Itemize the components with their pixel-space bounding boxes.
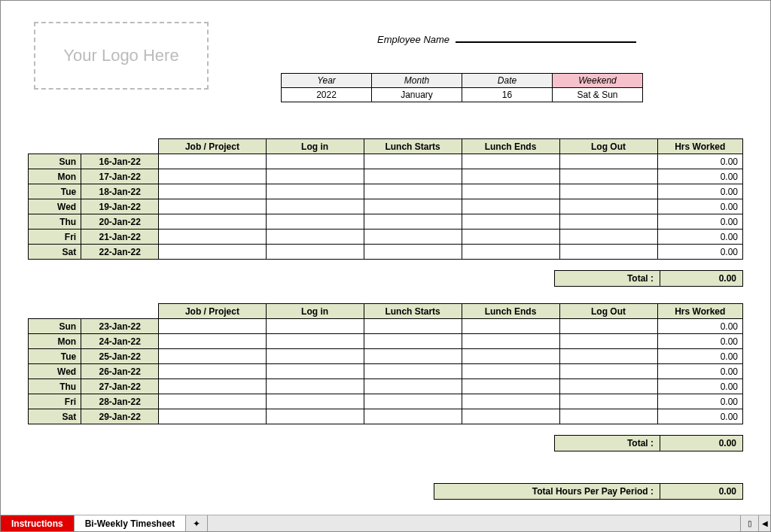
col-job: Job / Project [159,139,266,154]
lunch-start-cell[interactable] [364,230,462,245]
logout-cell[interactable] [559,409,657,424]
login-cell[interactable] [266,199,364,214]
meta-value-date[interactable]: 16 [462,88,553,102]
logout-cell[interactable] [559,394,657,409]
col-lunch-start: Lunch Starts [364,304,462,319]
login-cell[interactable] [266,230,364,245]
lunch-start-cell[interactable] [364,169,462,184]
login-cell[interactable] [266,349,364,364]
login-cell[interactable] [266,319,364,334]
lunch-end-cell[interactable] [462,245,559,260]
lunch-start-cell[interactable] [364,349,462,364]
job-cell[interactable] [159,214,266,230]
job-cell[interactable] [159,409,266,424]
logout-cell[interactable] [559,319,657,334]
job-cell[interactable] [159,334,266,349]
job-cell[interactable] [159,364,266,379]
job-cell[interactable] [159,184,266,199]
day-cell: Thu [29,214,81,230]
lunch-end-cell[interactable] [462,199,559,214]
job-cell[interactable] [159,379,266,394]
job-cell[interactable] [159,245,266,260]
week1-body: Sun16-Jan-220.00Mon17-Jan-220.00Tue18-Ja… [29,154,743,260]
lunch-end-cell[interactable] [462,319,559,334]
lunch-end-cell[interactable] [462,409,559,424]
logout-cell[interactable] [559,334,657,349]
job-cell[interactable] [159,349,266,364]
lunch-end-cell[interactable] [462,334,559,349]
logout-cell[interactable] [559,364,657,379]
job-cell[interactable] [159,154,266,169]
tab-instructions[interactable]: Instructions [1,515,75,531]
date-cell: 25-Jan-22 [81,349,159,364]
day-cell: Sat [29,245,81,260]
lunch-start-cell[interactable] [364,184,462,199]
job-cell[interactable] [159,169,266,184]
new-sheet-icon[interactable]: ✦ [186,515,208,531]
table-row: Sat22-Jan-220.00 [29,245,743,260]
login-cell[interactable] [266,379,364,394]
date-cell: 24-Jan-22 [81,334,159,349]
hrs-cell: 0.00 [657,349,743,364]
scroll-box-icon[interactable]: ▯ [740,515,758,531]
lunch-end-cell[interactable] [462,349,559,364]
hrs-cell: 0.00 [657,214,743,230]
lunch-start-cell[interactable] [364,199,462,214]
lunch-start-cell[interactable] [364,409,462,424]
logout-cell[interactable] [559,214,657,230]
lunch-start-cell[interactable] [364,379,462,394]
lunch-start-cell[interactable] [364,394,462,409]
meta-value-year[interactable]: 2022 [282,88,372,102]
lunch-start-cell[interactable] [364,245,462,260]
logout-cell[interactable] [559,154,657,169]
date-cell: 27-Jan-22 [81,379,159,394]
employee-name-line[interactable] [456,41,636,43]
week2-body: Sun23-Jan-220.00Mon24-Jan-220.00Tue25-Ja… [29,319,743,424]
login-cell[interactable] [266,184,364,199]
lunch-end-cell[interactable] [462,214,559,230]
login-cell[interactable] [266,364,364,379]
logout-cell[interactable] [559,379,657,394]
date-cell: 18-Jan-22 [81,184,159,199]
logout-cell[interactable] [559,199,657,214]
lunch-end-cell[interactable] [462,184,559,199]
scroll-left-icon[interactable]: ◀ [758,515,770,531]
job-cell[interactable] [159,394,266,409]
lunch-start-cell[interactable] [364,334,462,349]
lunch-end-cell[interactable] [462,169,559,184]
lunch-end-cell[interactable] [462,379,559,394]
job-cell[interactable] [159,199,266,214]
lunch-start-cell[interactable] [364,154,462,169]
col-login: Log in [266,304,364,319]
table-row: Wed26-Jan-220.00 [29,364,743,379]
grand-total-label: Total Hours Per Pay Period : [434,484,660,500]
logout-cell[interactable] [559,184,657,199]
day-cell: Thu [29,379,81,394]
job-cell[interactable] [159,319,266,334]
login-cell[interactable] [266,409,364,424]
lunch-start-cell[interactable] [364,319,462,334]
lunch-end-cell[interactable] [462,230,559,245]
logout-cell[interactable] [559,245,657,260]
login-cell[interactable] [266,394,364,409]
logout-cell[interactable] [559,230,657,245]
logout-cell[interactable] [559,169,657,184]
login-cell[interactable] [266,214,364,230]
login-cell[interactable] [266,334,364,349]
col-lunch-end: Lunch Ends [462,139,559,154]
login-cell[interactable] [266,169,364,184]
logout-cell[interactable] [559,349,657,364]
lunch-end-cell[interactable] [462,364,559,379]
lunch-end-cell[interactable] [462,394,559,409]
login-cell[interactable] [266,245,364,260]
week1-total: Total : 0.00 [554,270,743,287]
date-cell: 23-Jan-22 [81,319,159,334]
login-cell[interactable] [266,154,364,169]
lunch-start-cell[interactable] [364,214,462,230]
lunch-end-cell[interactable] [462,154,559,169]
meta-value-month[interactable]: January [372,88,462,102]
lunch-start-cell[interactable] [364,364,462,379]
job-cell[interactable] [159,230,266,245]
tab-biweekly-timesheet[interactable]: Bi-Weekly Timesheet [75,515,187,531]
meta-value-weekend[interactable]: Sat & Sun [553,88,643,102]
